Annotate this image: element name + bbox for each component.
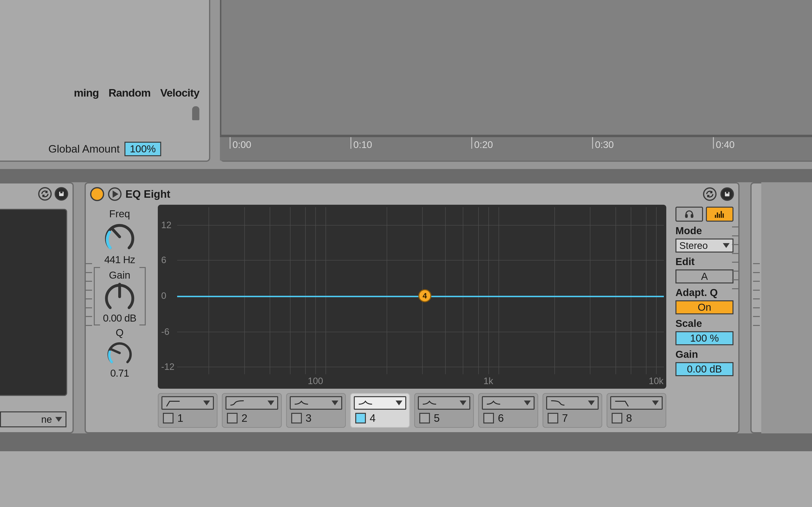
y-tick: -6 [161,326,169,337]
tab-random[interactable]: Random [108,87,151,99]
adaptq-toggle[interactable]: On [675,300,733,314]
svg-rect-12 [721,211,722,218]
scale-label: Scale [675,318,733,329]
band-number: 1 [177,412,183,424]
band-enable-checkbox[interactable] [548,413,558,424]
filter-shape-icon [486,399,501,407]
audition-button[interactable] [675,207,703,222]
triangle-right-icon [113,190,118,198]
svg-rect-9 [715,215,716,218]
mode-label: Mode [675,225,733,237]
filter-type-select[interactable] [546,396,599,410]
grip-handle[interactable] [732,226,739,289]
band-enable-checkbox[interactable] [483,413,494,424]
device-expand-button[interactable] [108,187,121,201]
arrangement-area: 0:00 0:10 0:20 0:30 0:40 [220,0,812,162]
chevron-down-icon [723,243,729,248]
device-titlebar: EQ Eight [86,183,738,205]
band-enable-checkbox[interactable] [163,413,173,424]
filter-type-select[interactable] [482,396,534,410]
tab-partial[interactable]: ming [74,87,99,99]
mode-select[interactable]: Stereo [675,238,733,252]
save-preset-button[interactable] [720,187,734,201]
x-tick: 1k [484,376,493,386]
tab-velocity[interactable]: Velocity [160,87,199,99]
arrangement-track[interactable] [220,0,812,136]
global-amount-value[interactable]: 100% [124,142,161,156]
band-enable-checkbox[interactable] [355,413,366,424]
filter-shape-icon [165,399,181,407]
q-value[interactable]: 0.71 [110,368,129,379]
gain-knob[interactable] [103,281,137,313]
edit-ab-button[interactable]: A [675,270,733,283]
device-display[interactable] [0,209,67,396]
analyzer-toggle[interactable] [706,207,733,222]
band-tile-8[interactable]: 8 [607,393,666,428]
grip-handle[interactable] [753,263,760,326]
chevron-down-icon [332,400,338,405]
preset-dropdown[interactable]: ne [0,411,66,427]
eq-curve-display[interactable]: 12 6 0 -6 -12 [158,205,666,389]
band-enable-checkbox[interactable] [227,413,238,424]
save-preset-button[interactable] [55,187,68,201]
band-tile-5[interactable]: 5 [414,393,474,428]
band-enable-checkbox[interactable] [419,413,430,424]
gain-label: Gain [109,270,131,281]
band-handle[interactable]: 4 [418,289,432,302]
band-tile-3[interactable]: 3 [286,393,346,428]
refresh-icon [706,190,714,198]
svg-rect-1 [60,192,62,193]
eq-eight-device: EQ Eight Freq 441 Hz [85,182,740,433]
band-parameter-column: Freq 441 Hz Gain 0.00 dB [86,205,153,432]
filter-type-select[interactable] [161,396,214,410]
band-tile-4[interactable]: 4 [350,393,410,428]
scale-value[interactable]: 100 % [675,331,733,345]
chevron-down-icon [652,400,659,405]
gain-value[interactable]: 0.00 dB [103,313,136,324]
filter-type-select[interactable] [225,396,278,410]
band-number: 6 [498,412,504,424]
svg-rect-7 [686,215,687,218]
refresh-button[interactable] [703,187,717,201]
band-tile-6[interactable]: 6 [478,393,538,428]
refresh-button[interactable] [38,187,52,201]
filter-shape-icon [358,399,373,407]
filter-shape-icon [294,399,309,407]
filter-type-select[interactable] [290,396,342,410]
scroll-thumb[interactable] [192,106,199,120]
q-knob[interactable] [106,340,133,366]
filter-type-select[interactable] [610,396,663,410]
global-amount: Global Amount 100% [48,142,161,156]
band-tile-7[interactable]: 7 [543,393,602,428]
band-enable-checkbox[interactable] [291,413,302,424]
outgain-value[interactable]: 0.00 dB [675,362,733,376]
freq-value[interactable]: 441 Hz [104,254,135,266]
band-tile-2[interactable]: 2 [222,393,282,428]
chevron-down-icon [203,400,210,405]
filter-type-select[interactable] [418,396,470,410]
device-right-truncated [750,182,761,433]
preset-dropdown-text: ne [41,414,52,425]
rack-divider[interactable] [0,169,812,182]
band-tile-1[interactable]: 1 [158,393,217,428]
band-number: 8 [626,412,632,424]
band-number: 5 [434,412,440,424]
gain-group: Gain 0.00 dB [94,267,146,326]
chevron-down-icon [267,400,274,405]
filter-shape-icon [550,399,565,407]
ruler-tick: 0:30 [592,137,614,149]
global-amount-label: Global Amount [48,143,120,155]
headphones-icon [684,209,694,219]
midi-effect-panel: ming Random Velocity Global Amount 100% [0,0,210,162]
svg-line-6 [111,349,120,353]
grip-handle[interactable] [85,263,92,326]
filter-type-select[interactable] [354,396,406,410]
device-on-toggle[interactable] [90,187,104,201]
time-ruler[interactable]: 0:00 0:10 0:20 0:30 0:40 [220,136,812,161]
freq-label: Freq [109,208,130,220]
freq-knob[interactable] [103,221,137,252]
band-enable-checkbox[interactable] [612,413,622,424]
y-tick: 12 [161,220,171,230]
rack-divider[interactable] [0,433,812,450]
chevron-down-icon [524,400,531,405]
